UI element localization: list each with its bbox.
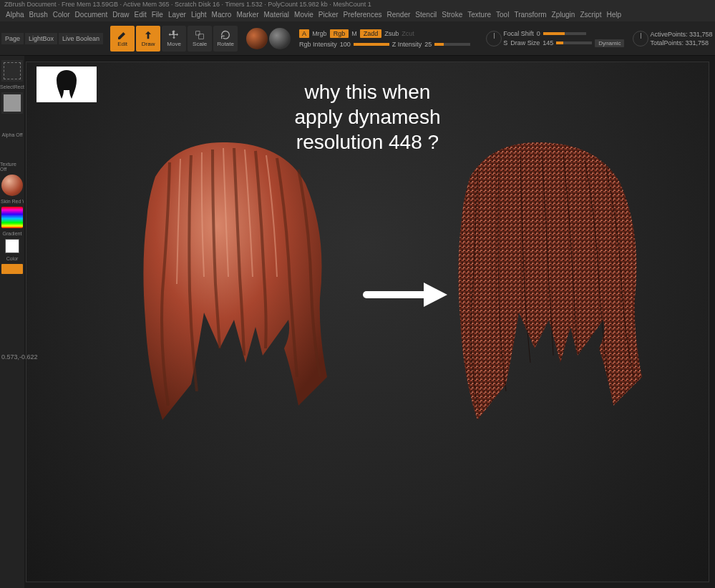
move-icon	[168, 29, 180, 41]
edit-tool-label: Edit	[117, 41, 127, 47]
draw-size-value[interactable]: 145	[543, 39, 553, 46]
draw-size-slider[interactable]	[556, 41, 592, 44]
main-color-swatch[interactable]	[5, 239, 19, 253]
menu-document[interactable]: Document	[74, 11, 110, 21]
menu-draw[interactable]: Draw	[111, 11, 130, 21]
total-points-value: 331,758	[685, 39, 709, 46]
subtool-thumbnail[interactable]	[37, 67, 97, 102]
cursor-coords: 0.573,-0.622	[1, 353, 38, 361]
mrgb-label[interactable]: Mrgb	[312, 30, 327, 37]
active-points-label: ActivePoints:	[650, 31, 687, 38]
color-picker[interactable]	[1, 207, 23, 228]
material-ball[interactable]	[1, 175, 23, 196]
hair-mesh-after	[427, 134, 656, 434]
texture-off-label[interactable]: Texture Off	[0, 162, 24, 172]
active-points-value: 331,758	[689, 31, 713, 38]
menu-movie[interactable]: Movie	[293, 11, 315, 21]
focal-shift-label: Focal Shift	[503, 30, 534, 37]
menu-texture[interactable]: Texture	[466, 11, 492, 21]
total-points-label: TotalPoints:	[650, 39, 684, 46]
menu-light[interactable]: Light	[190, 11, 208, 21]
rotate-tool-label: Rotate	[217, 41, 234, 47]
menu-alpha[interactable]: Alpha	[4, 11, 26, 21]
menu-preferences[interactable]: Preferences	[342, 11, 384, 21]
material-preview-off[interactable]	[269, 28, 291, 49]
top-shelf: Page LightBox Live Boolean Edit Draw Mov…	[0, 21, 715, 56]
rotate-icon	[220, 29, 231, 41]
edit-tool[interactable]: Edit	[110, 26, 135, 52]
menu-help[interactable]: Help	[605, 11, 623, 21]
menu-macro[interactable]: Macro	[210, 11, 233, 21]
menu-zscript[interactable]: Zscript	[578, 11, 603, 21]
gradient-label[interactable]: Gradient	[3, 231, 22, 236]
stroke-preview[interactable]	[1, 92, 23, 114]
scale-icon	[194, 29, 205, 41]
select-rect-tool[interactable]	[1, 60, 23, 82]
menu-tool[interactable]: Tool	[495, 11, 510, 21]
menu-layer[interactable]: Layer	[167, 11, 188, 21]
zcut-label[interactable]: Zcut	[402, 30, 414, 37]
focal-knob[interactable]	[486, 31, 502, 46]
m-label[interactable]: M	[351, 30, 357, 37]
material-name: Skin Red W	[1, 199, 24, 204]
rgb-intensity-slider[interactable]	[354, 43, 389, 46]
s-mark[interactable]: S	[503, 39, 507, 46]
arrow-icon	[363, 277, 449, 313]
rgb-chip[interactable]: Rgb	[330, 29, 349, 38]
menu-stroke[interactable]: Stroke	[440, 11, 464, 21]
draw-icon	[142, 29, 154, 41]
svg-rect-0	[196, 31, 200, 35]
z-intensity-label: Z Intensity	[392, 41, 422, 48]
move-tool[interactable]: Move	[162, 26, 186, 52]
menu-color[interactable]: Color	[52, 11, 72, 21]
material-preview-on[interactable]	[246, 28, 268, 49]
live-boolean-button[interactable]: Live Boolean	[59, 33, 103, 44]
scale-tool[interactable]: Scale	[188, 26, 212, 52]
draw-tool[interactable]: Draw	[136, 26, 160, 52]
menu-picker[interactable]: Picker	[317, 11, 340, 21]
alpha-off-label[interactable]: Alpha Off	[1, 132, 22, 137]
title-bar: ZBrush Document · Free Mem 13.59GB · Act…	[0, 0, 715, 10]
fill-color-label: Color	[6, 256, 19, 261]
edit-icon	[117, 29, 128, 41]
focal-shift-slider[interactable]	[543, 32, 586, 35]
menu-marker[interactable]: Marker	[235, 11, 260, 21]
rgb-intensity-value[interactable]: 100	[340, 41, 351, 48]
menu-file[interactable]: File	[150, 11, 165, 21]
rotate-tool[interactable]: Rotate	[213, 26, 238, 52]
menu-render[interactable]: Render	[386, 11, 412, 21]
scale-tool-label: Scale	[193, 41, 207, 47]
focal-shift-value[interactable]: 0	[537, 30, 540, 37]
menu-transform[interactable]: Transform	[512, 11, 548, 21]
menu-material[interactable]: Material	[263, 11, 291, 21]
move-tool-label: Move	[167, 41, 181, 47]
dynamic-toggle[interactable]: Dynamic	[595, 39, 624, 47]
viewport[interactable]: why this when apply dynamesh resolution …	[26, 62, 709, 582]
page-button[interactable]: Page	[1, 33, 24, 44]
annotation-line-2: apply dynamesh	[295, 104, 441, 129]
z-intensity-slider[interactable]	[434, 43, 470, 46]
left-panel: SelectRect Alpha Off Texture Off Skin Re…	[0, 56, 24, 588]
rgb-intensity-label: Rgb Intensity	[299, 41, 337, 48]
stats-knob[interactable]	[633, 31, 648, 46]
annotation-line-1: why this when	[295, 79, 441, 104]
draw-tool-label: Draw	[142, 41, 155, 47]
z-intensity-value[interactable]: 25	[424, 41, 432, 48]
select-rect-label: SelectRect	[0, 84, 24, 89]
menu-brush[interactable]: Brush	[28, 11, 49, 21]
a-chip[interactable]: A	[299, 29, 309, 38]
menu-edit[interactable]: Edit	[133, 11, 148, 21]
draw-size-label: Draw Size	[510, 39, 540, 46]
hair-mesh-before	[112, 134, 341, 434]
lightbox-button[interactable]: LightBox	[25, 33, 57, 44]
menu-stencil[interactable]: Stencil	[414, 11, 438, 21]
zsub-label[interactable]: Zsub	[384, 30, 399, 37]
menu-zplugin[interactable]: Zplugin	[550, 11, 577, 21]
zadd-chip[interactable]: Zadd	[360, 29, 382, 38]
menu-bar: Alpha Brush Color Document Draw Edit Fil…	[0, 10, 715, 21]
switch-color-button[interactable]	[1, 264, 23, 274]
hair-silhouette-icon	[52, 69, 81, 100]
